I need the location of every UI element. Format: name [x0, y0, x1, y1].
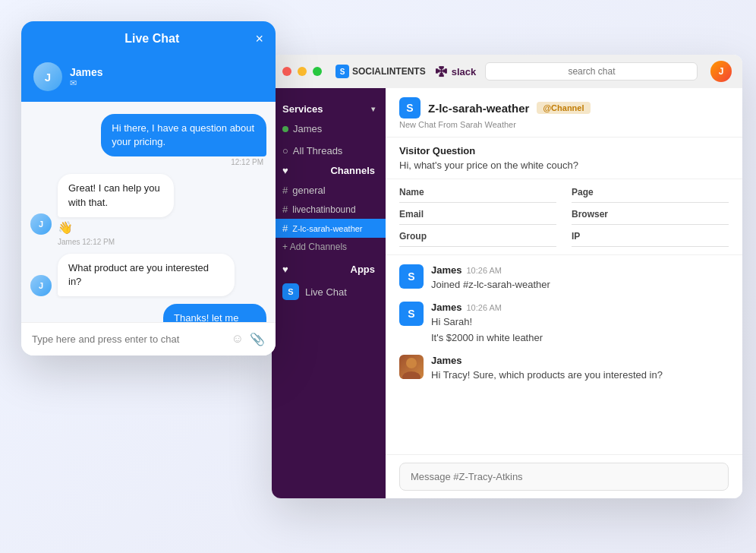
field-group: Group — [399, 231, 556, 247]
apps-heading[interactable]: ♥ Apps — [272, 259, 386, 280]
user-name: James — [70, 66, 103, 78]
message-outgoing-2: Thanks! let me find it here. 12:13 PM — [129, 304, 266, 322]
chat-input[interactable] — [32, 333, 225, 345]
svg-point-0 — [406, 358, 417, 368]
slack-message-input[interactable] — [399, 463, 729, 491]
chevron-down-icon: ▾ — [371, 105, 375, 113]
slack-body: Services ▾ James ○ All Threads ♥ Channel… — [272, 88, 742, 498]
sidebar-item-james[interactable]: James — [272, 119, 386, 138]
message-time: James 12:12 PM — [30, 238, 266, 246]
sidebar-item-all-threads[interactable]: ○ All Threads — [272, 141, 386, 160]
field-name: Name — [399, 187, 556, 203]
message-time: 10:26 AM — [466, 266, 501, 275]
email-icon: ✉ — [70, 78, 103, 88]
sidebar-item-livechat[interactable]: S Live Chat — [272, 280, 386, 304]
channel-tag: @Channel — [537, 102, 590, 114]
close-button[interactable]: × — [255, 32, 263, 46]
slack-input-bar — [386, 454, 742, 498]
visitor-fields: Name Page Email Browser Group — [386, 179, 742, 255]
slack-message-2: S James 10:26 AM Hi Sarah! It's $2000 in… — [399, 302, 729, 346]
slack-sidebar: Services ▾ James ○ All Threads ♥ Channel… — [272, 88, 386, 498]
heart-icon-apps: ♥ — [282, 264, 288, 275]
search-input[interactable] — [485, 62, 698, 81]
add-channel-button[interactable]: + Add Channels — [272, 238, 386, 256]
message-bubble: Hi there, I have a question about your p… — [101, 114, 266, 156]
close-dot[interactable] — [282, 67, 291, 76]
hash-icon: # — [282, 204, 288, 215]
sidebar-item-general[interactable]: # general — [272, 181, 386, 200]
threads-icon: ○ — [282, 145, 288, 156]
message-bubble: Thanks! let me find it here. — [163, 304, 266, 322]
avatar: J — [33, 62, 62, 91]
live-chat-header: Live Chat × — [21, 21, 276, 56]
slack-window: S SOCIALINTENTS ⧾ slack J Services ▾ Jam… — [272, 55, 742, 498]
message-sender: James — [431, 302, 461, 313]
field-ip: IP — [572, 231, 729, 247]
message-bubble: What product are you interested in? — [58, 254, 235, 296]
message-text-2: It's $2000 in white leather — [431, 330, 543, 346]
slack-hashtag-icon: ⧾ — [435, 64, 449, 80]
message-text-1: Hi Sarah! — [431, 314, 543, 330]
channel-icon: S — [399, 97, 421, 118]
maximize-dot[interactable] — [313, 67, 322, 76]
channels-heading[interactable]: ♥ Channels — [272, 160, 386, 181]
minimize-dot[interactable] — [298, 67, 307, 76]
message-time: 10:26 AM — [466, 303, 501, 312]
hash-icon: # — [282, 185, 288, 196]
slack-messages-container: S James 10:26 AM Joined #z-lc-sarah-weat… — [386, 255, 742, 454]
slack-label: slack — [452, 66, 477, 77]
hash-icon: # — [282, 223, 288, 234]
svg-point-1 — [402, 371, 421, 379]
message-emoji: 👋 — [58, 220, 213, 235]
live-chat-user-bar: J James ✉ — [21, 56, 276, 102]
socialintents-logo: S SOCIALINTENTS — [335, 65, 426, 78]
sender-avatar: S — [399, 302, 424, 326]
chat-input-bar: ☺ 📎 — [21, 322, 276, 356]
slack-message-1: S James 10:26 AM Joined #z-lc-sarah-weat… — [399, 264, 729, 292]
field-page: Page — [572, 187, 729, 203]
visitor-question-title: Visitor Question — [399, 145, 729, 156]
sender-avatar: J — [30, 213, 52, 235]
livechat-icon: S — [282, 283, 299, 300]
heart-icon: ♥ — [282, 165, 288, 176]
slack-message-3: James Hi Tracy! Sure, which products are… — [399, 355, 729, 383]
sender-avatar: J — [30, 275, 52, 296]
message-time: 12:12 PM — [46, 158, 266, 166]
sidebar-item-z-lc-sarah[interactable]: # Z-lc-sarah-weather — [272, 219, 386, 238]
sender-avatar: S — [399, 264, 424, 289]
visitor-question-section: Visitor Question Hi, what's your price o… — [386, 137, 742, 179]
si-icon: S — [335, 65, 349, 78]
sidebar-item-livechatinbound[interactable]: # livechatinbound — [272, 200, 386, 219]
slack-titlebar: S SOCIALINTENTS ⧾ slack J — [272, 55, 742, 88]
field-browser: Browser — [572, 209, 729, 225]
message-sender: James — [431, 355, 461, 366]
emoji-icon[interactable]: ☺ — [232, 332, 244, 346]
live-chat-title: Live Chat — [49, 32, 255, 46]
si-brand-label: SOCIALINTENTS — [352, 66, 426, 77]
services-heading[interactable]: Services ▾ — [272, 99, 386, 119]
channel-subtitle: New Chat From Sarah Weather — [399, 120, 729, 129]
attach-icon[interactable]: 📎 — [250, 332, 265, 346]
live-chat-widget: Live Chat × J James ✉ Hi there, I have a… — [21, 21, 276, 356]
messages-container: Hi there, I have a question about your p… — [21, 102, 276, 322]
message-sender: James — [431, 264, 461, 276]
sender-avatar — [399, 355, 424, 379]
channel-header: S Z-lc-sarah-weather @Channel New Chat F… — [386, 88, 742, 137]
message-bubble: Great! I can help you with that. — [58, 174, 174, 216]
field-email: Email — [399, 209, 556, 225]
slack-logo: ⧾ slack — [435, 64, 477, 80]
message-incoming-2: J What product are you interested in? — [30, 254, 266, 296]
slack-main-content: S Z-lc-sarah-weather @Channel New Chat F… — [386, 88, 742, 498]
message-text: Joined #z-lc-sarah-weather — [431, 277, 550, 292]
channel-name: Z-lc-sarah-weather — [428, 102, 529, 115]
message-incoming-1: J Great! I can help you with that. 👋 Jam… — [30, 174, 266, 245]
visitor-question-text: Hi, what's your price on the white couch… — [399, 160, 729, 171]
user-avatar: J — [710, 61, 732, 82]
online-indicator — [282, 126, 288, 132]
message-outgoing-1: Hi there, I have a question about your p… — [46, 114, 266, 166]
message-text: Hi Tracy! Sure, which products are you i… — [431, 368, 663, 383]
